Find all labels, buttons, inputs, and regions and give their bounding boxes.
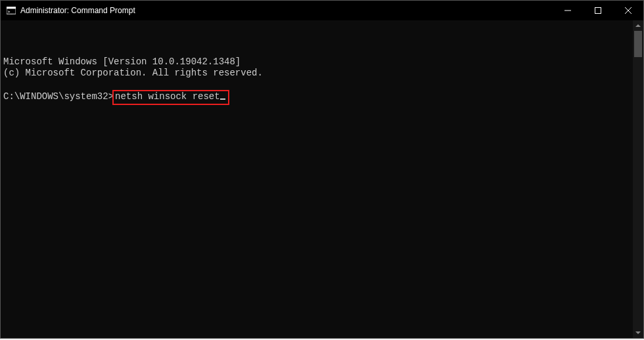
svg-marker-7 (635, 24, 641, 27)
terminal-body[interactable]: Microsoft Windows [Version 10.0.19042.13… (1, 20, 643, 338)
output-line-version: Microsoft Windows [Version 10.0.19042.13… (3, 56, 241, 67)
svg-marker-8 (635, 331, 641, 334)
minimize-button[interactable] (553, 1, 583, 20)
vertical-scrollbar[interactable] (633, 20, 643, 338)
terminal-content: Microsoft Windows [Version 10.0.19042.13… (3, 45, 643, 105)
svg-rect-4 (595, 8, 601, 14)
scroll-thumb[interactable] (634, 31, 642, 57)
typed-command: netsh winsock reset (115, 91, 220, 102)
cmd-icon: >_ (6, 5, 16, 16)
prompt-path: C:\WINDOWS\system32> (3, 91, 114, 102)
scroll-down-arrow-icon[interactable] (633, 328, 643, 338)
titlebar[interactable]: >_ Administrator: Command Prompt (1, 1, 643, 20)
maximize-button[interactable] (583, 1, 613, 20)
scroll-track[interactable] (633, 57, 643, 328)
scroll-up-arrow-icon[interactable] (633, 20, 643, 31)
command-prompt-window: >_ Administrator: Command Prompt Microso… (0, 0, 644, 339)
text-cursor (220, 98, 225, 100)
close-button[interactable] (613, 1, 643, 20)
svg-text:>_: >_ (8, 9, 13, 14)
prompt-line: C:\WINDOWS\system32>netsh winsock reset (3, 90, 643, 105)
command-highlight-box: netsh winsock reset (112, 90, 229, 105)
window-controls (553, 1, 643, 20)
window-title: Administrator: Command Prompt (20, 6, 135, 15)
output-line-copyright: (c) Microsoft Corporation. All rights re… (3, 68, 263, 78)
